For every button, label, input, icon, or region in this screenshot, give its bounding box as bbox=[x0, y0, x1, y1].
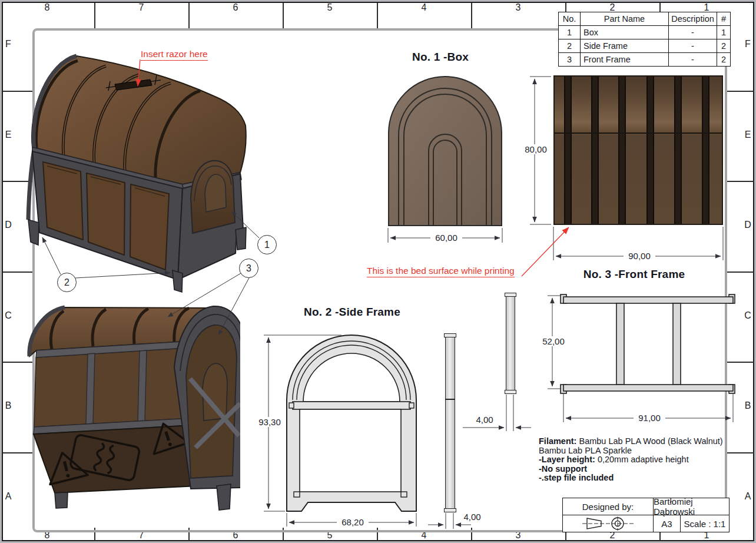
title-block: Designed by: Bartłomiej Dąbrowski A3 Sca… bbox=[562, 498, 730, 532]
parts-table-header: Description bbox=[668, 12, 717, 25]
grid-col-label: 3 bbox=[509, 2, 528, 13]
parts-table-cell: 2 bbox=[717, 52, 730, 66]
grid-row-label: F bbox=[740, 39, 755, 49]
dim-front-frame-width: 91,00 bbox=[634, 413, 665, 423]
third-angle-projection-icon bbox=[581, 516, 635, 531]
grid-col-label: 5 bbox=[320, 2, 339, 13]
drawing-sheet: 8 7 6 5 4 3 2 1 8 7 6 5 4 3 2 1 F E D C … bbox=[0, 0, 756, 543]
note-line: -No support bbox=[539, 465, 733, 474]
grid-row-label: D bbox=[1, 220, 16, 230]
dim-front-frame-height: 52,00 bbox=[538, 336, 569, 346]
isometric-bottom-view bbox=[16, 282, 240, 520]
scale-label: Scale : 1:1 bbox=[680, 515, 729, 532]
view-title-box: No. 1 -Box bbox=[405, 51, 476, 64]
dim-side-frame-thickness: 4,00 bbox=[459, 512, 486, 522]
plank-groove bbox=[591, 77, 599, 224]
side-frame-view bbox=[284, 332, 420, 514]
chest2-side-panels bbox=[34, 341, 193, 434]
parts-table-cell: Front Frame bbox=[580, 52, 668, 66]
grid-row-label: A bbox=[1, 491, 16, 502]
dim-bed-width: 90,00 bbox=[624, 251, 655, 261]
grid-tick bbox=[283, 3, 284, 28]
parts-table-cell: 2 bbox=[717, 39, 730, 52]
grid-tick bbox=[726, 91, 754, 92]
grid-col-label: 7 bbox=[132, 2, 151, 13]
parts-table-cell: - bbox=[668, 52, 717, 66]
strip-cap bbox=[444, 508, 456, 512]
box-bed-surface-view bbox=[553, 75, 723, 225]
view-title-side-frame: No. 2 -Side Frame bbox=[299, 306, 406, 319]
print-notes: Filament: Bambu Lab PLA Wood (Black Waln… bbox=[539, 437, 733, 483]
grid-row-label: E bbox=[740, 130, 755, 140]
plank-groove bbox=[674, 77, 682, 224]
parts-table-cell: - bbox=[668, 39, 717, 52]
parts-table-cell: 2 bbox=[558, 39, 580, 52]
plank-groove bbox=[564, 77, 572, 224]
parts-table-cell: 1 bbox=[717, 25, 730, 39]
balloon-1: 1 bbox=[257, 235, 277, 254]
grid-row-label: D bbox=[740, 220, 755, 230]
grid-tick bbox=[726, 272, 754, 273]
parts-table-header: No. bbox=[558, 12, 580, 25]
strip-cap bbox=[444, 333, 456, 337]
grid-tick bbox=[377, 3, 378, 28]
parts-table-cell: Side Frame bbox=[580, 39, 668, 52]
title-block-row: Designed by: Bartłomiej Dąbrowski bbox=[563, 498, 729, 515]
parts-table: No. Part Name Description # 1 Box - 1 2 … bbox=[558, 12, 731, 67]
front-frame-view bbox=[559, 291, 736, 397]
paper-size: A3 bbox=[653, 515, 680, 532]
annotation-bed-surface: This is the bed surface while printing bbox=[367, 266, 515, 277]
grid-row-label: B bbox=[740, 400, 755, 411]
grid-tick bbox=[188, 3, 190, 28]
note-support: -No support bbox=[539, 464, 587, 474]
note-filament-value: Bambu Lab PLA Wood (Black Walnut) bbox=[576, 436, 722, 446]
grid-row-label: F bbox=[1, 39, 16, 49]
grid-col-label: 4 bbox=[415, 2, 433, 13]
note-line: Filament: Bambu Lab PLA Wood (Black Waln… bbox=[539, 437, 733, 446]
grid-col-label: 8 bbox=[38, 2, 57, 13]
parts-table-cell: - bbox=[668, 25, 717, 39]
grid-row-label: B bbox=[1, 400, 16, 411]
projection-symbol-cell bbox=[563, 515, 653, 532]
dim-side-frame-width: 68,20 bbox=[337, 517, 369, 527]
strip-cap bbox=[505, 390, 516, 394]
note-line: -.step file included bbox=[539, 474, 733, 483]
lid-split-line bbox=[555, 133, 722, 134]
grid-tick bbox=[471, 3, 472, 28]
grid-row-label: C bbox=[740, 310, 755, 321]
grid-row-label: C bbox=[1, 310, 16, 321]
dim-box-width: 60,00 bbox=[430, 233, 462, 243]
box-front-view bbox=[386, 74, 504, 228]
note-filament-line2: Bambu Lab PLA Sparkle bbox=[539, 446, 632, 455]
note-line: Bambu Lab PLA Sparkle bbox=[539, 446, 733, 456]
designer-name: Bartłomiej Dąbrowski bbox=[653, 498, 729, 515]
parts-table-header: Part Name bbox=[580, 12, 668, 25]
note-layer-value: 0,20mm adaptive height bbox=[595, 455, 689, 464]
parts-table-cell: 3 bbox=[558, 52, 580, 66]
view-title-front-frame: No. 3 -Front Frame bbox=[575, 268, 693, 281]
dim-front-frame-thickness: 4,00 bbox=[471, 415, 498, 425]
note-layer-label: -Layer height: bbox=[539, 455, 595, 464]
title-block-row: A3 Scale : 1:1 bbox=[563, 515, 729, 532]
note-line: -Layer height: 0,20mm adaptive height bbox=[539, 455, 733, 465]
plank-groove bbox=[618, 77, 626, 224]
grid-row-label: E bbox=[1, 130, 16, 140]
parts-table-cell: Box bbox=[580, 25, 668, 39]
dim-side-frame-height: 93,30 bbox=[254, 417, 285, 427]
note-filament-label: Filament: bbox=[539, 436, 576, 446]
isometric-chest-view bbox=[24, 53, 253, 294]
balloon-3: 3 bbox=[239, 259, 258, 278]
strip-line bbox=[446, 399, 455, 400]
grid-row-label: A bbox=[740, 491, 755, 502]
grid-tick bbox=[94, 3, 95, 28]
grid-col-label: 6 bbox=[226, 2, 245, 13]
parts-table-header: # bbox=[717, 12, 730, 25]
side-frame-thickness-view bbox=[445, 333, 455, 512]
parts-table-cell: 1 bbox=[558, 25, 580, 39]
plank-groove bbox=[702, 77, 709, 224]
balloon-2: 2 bbox=[57, 273, 77, 292]
strip-cap bbox=[505, 293, 516, 297]
grid-tick bbox=[726, 181, 754, 182]
front-frame-thickness-view bbox=[506, 293, 515, 394]
note-step-file: -.step file included bbox=[539, 473, 614, 482]
